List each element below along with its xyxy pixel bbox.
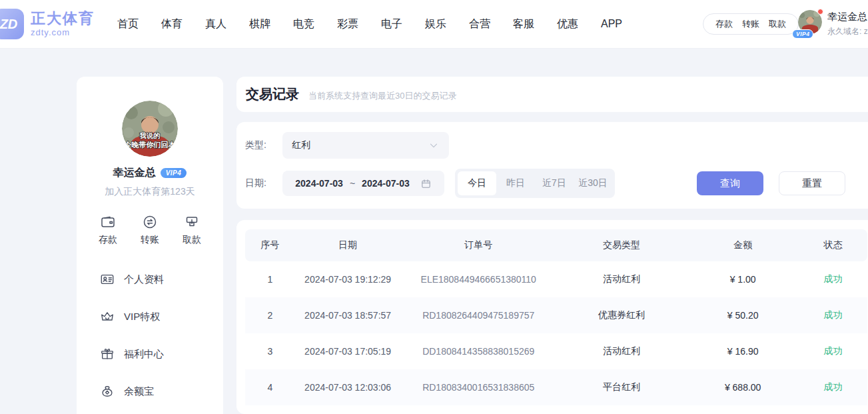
cell-index: 1: [245, 261, 295, 297]
cell-index: 2: [245, 297, 295, 333]
cell-amount: ¥ 16.90: [687, 333, 799, 369]
profile-avatar[interactable]: 我说的 今晚带你们回本: [122, 101, 178, 157]
profile-avatar-image: 我说的 今晚带你们回本: [122, 101, 178, 157]
page-title: 交易记录: [246, 85, 299, 103]
coin-pouch-icon: [100, 384, 115, 399]
cell-type: 活动红利: [556, 261, 687, 297]
sidebar: 我说的 今晚带你们回本 幸运金总 VIP4 加入正大体育第123天 存款转账取款…: [77, 77, 223, 414]
nav-item-0[interactable]: 首页: [117, 17, 139, 31]
column-header: 金额: [687, 229, 799, 261]
brand-name: 正大体育: [31, 11, 95, 27]
cell-index: 4: [245, 369, 295, 405]
user-avatar: VIP4: [798, 10, 822, 34]
nav-item-9[interactable]: 客服: [513, 17, 534, 31]
date-label: 日期:: [245, 177, 274, 189]
date-preset-1[interactable]: 昨日: [496, 171, 535, 195]
menu-item-label: 福利中心: [124, 348, 164, 361]
cell-order_no: RD1808340016531838605: [400, 369, 556, 405]
cell-amount: ¥ 688.00: [687, 369, 799, 405]
table-body: 12024-07-03 19:12:29ELE18084494666513801…: [245, 261, 867, 405]
cell-index: 3: [245, 333, 295, 369]
nav-item-10[interactable]: 优惠: [557, 17, 578, 31]
nav-item-11[interactable]: APP: [601, 18, 622, 30]
avatar-caption-line1: 我说的: [139, 132, 160, 139]
type-filter-row: 类型: 红利: [245, 132, 449, 159]
page-subtitle: 当前系统支持查询最近30日的交易记录: [308, 90, 456, 102]
type-select[interactable]: 红利: [282, 132, 449, 159]
cell-amount: ¥ 50.20: [687, 297, 799, 333]
date-filter-row: 日期: 2024-07-03 ~ 2024-07-03 今日昨日近7日近30日 …: [245, 169, 867, 198]
menu-item-label: 余额宝: [124, 385, 154, 398]
quick-action-transfer[interactable]: 转账: [141, 214, 159, 246]
transfer-icon: [142, 214, 158, 230]
date-preset-0[interactable]: 今日: [458, 171, 496, 195]
quick-action-label: 转账: [141, 234, 159, 246]
username: 幸运金总: [827, 11, 868, 23]
date-range-input[interactable]: 2024-07-03 ~ 2024-07-03: [282, 171, 444, 196]
cell-status: 成功: [799, 261, 867, 297]
cell-date: 2024-07-03 12:03:06: [295, 369, 401, 405]
topbar: ZD 正大体育 zdty.com 首页体育真人棋牌电竞彩票电子娱乐合营客服优惠A…: [0, 0, 868, 48]
quick-action-withdraw[interactable]: 取款: [183, 214, 201, 246]
nav-item-7[interactable]: 娱乐: [425, 17, 446, 31]
user-chip[interactable]: VIP4 幸运金总 永久域名: zd: [798, 10, 868, 37]
cell-type: 活动红利: [556, 333, 687, 369]
table-row: 12024-07-03 19:12:29ELE18084494666513801…: [245, 261, 867, 297]
menu-item-assets[interactable]: 我的资产: [77, 410, 223, 414]
cell-date: 2024-07-03 18:57:57: [295, 297, 401, 333]
quick-action-deposit[interactable]: 存款: [99, 214, 117, 246]
cell-order_no: ELE1808449466651380110: [400, 261, 556, 297]
cell-order_no: RD1808264409475189757: [400, 297, 556, 333]
quick-actions: 存款转账取款: [77, 214, 223, 246]
nav-item-4[interactable]: 电竞: [293, 17, 314, 31]
date-start: 2024-07-03: [295, 178, 343, 189]
column-header: 订单号: [400, 229, 556, 261]
transactions-table: 序号日期订单号交易类型金额状态 12024-07-03 19:12:29ELE1…: [245, 229, 867, 405]
cell-type: 优惠券红利: [556, 297, 687, 333]
calendar-icon: [420, 178, 432, 189]
profile-name-row: 幸运金总 VIP4: [77, 166, 223, 180]
search-button[interactable]: 查询: [697, 171, 763, 195]
permanent-domain: 永久域名: zd: [827, 26, 868, 37]
gift-icon: [100, 347, 115, 361]
cell-date: 2024-07-03 17:05:19: [295, 333, 401, 369]
menu-item-profile[interactable]: 个人资料: [77, 261, 223, 298]
vip-badge: VIP4: [792, 29, 813, 39]
nav-item-2[interactable]: 真人: [205, 17, 226, 31]
nav-item-8[interactable]: 合营: [469, 17, 490, 31]
menu-item-welfare[interactable]: 福利中心: [77, 335, 223, 373]
date-preset-3[interactable]: 近30日: [574, 171, 612, 195]
nav-item-1[interactable]: 体育: [161, 17, 183, 31]
user-meta: 幸运金总 永久域名: zd: [827, 10, 868, 37]
wallet-action-deposit[interactable]: 存款: [715, 18, 733, 30]
date-range-presets: 今日昨日近7日近30日: [455, 169, 615, 198]
sidebar-menu: 个人资料VIP特权福利中心余额宝我的资产: [77, 261, 223, 414]
wallet-action-transfer[interactable]: 转账: [742, 18, 759, 30]
column-header: 日期: [295, 229, 401, 261]
table-header-row: 序号日期订单号交易类型金额状态: [245, 229, 867, 261]
brand-logo-text: ZD: [0, 17, 17, 32]
nav-item-6[interactable]: 电子: [381, 17, 402, 31]
column-header: 状态: [799, 229, 867, 261]
profile-username: 幸运金总: [113, 166, 156, 180]
cell-status: 成功: [799, 333, 867, 369]
wallet-action-withdraw[interactable]: 取款: [769, 18, 786, 30]
date-preset-2[interactable]: 近7日: [535, 171, 574, 195]
menu-item-yuebao[interactable]: 余额宝: [77, 373, 223, 410]
brand-logo[interactable]: ZD 正大体育 zdty.com: [0, 9, 95, 39]
menu-item-label: 个人资料: [124, 273, 164, 286]
nav-item-3[interactable]: 棋牌: [249, 17, 270, 31]
chevron-down-icon: [428, 139, 440, 151]
nav-item-5[interactable]: 彩票: [337, 17, 358, 31]
quick-action-label: 存款: [99, 234, 117, 246]
filter-card: 类型: 红利 日期: 2024-07-03 ~ 2024-07-03 今日昨日近…: [236, 122, 868, 209]
notification-dot-icon: [817, 9, 823, 15]
cell-order_no: DD1808414358838015269: [400, 333, 556, 369]
brand-domain: zdty.com: [31, 27, 95, 37]
avatar-caption-line2: 今晚带你们回本: [124, 141, 177, 149]
menu-item-vip[interactable]: VIP特权: [77, 298, 223, 335]
reset-button[interactable]: 重置: [779, 171, 845, 195]
main-nav: 首页体育真人棋牌电竞彩票电子娱乐合营客服优惠APP: [117, 0, 622, 48]
deposit-icon: [100, 214, 116, 230]
column-header: 序号: [245, 229, 295, 261]
